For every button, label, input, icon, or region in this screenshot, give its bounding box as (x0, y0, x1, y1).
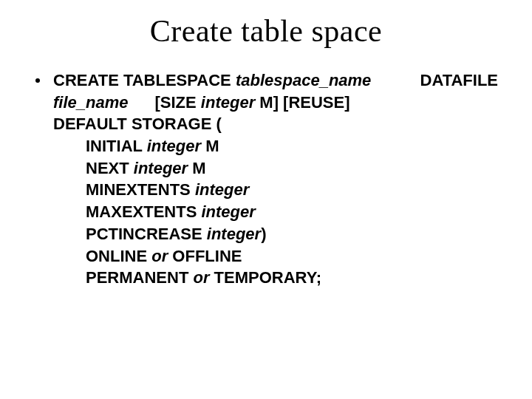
line-initial: INITIAL integer M (53, 135, 502, 157)
kw-datafile: DATAFILE (420, 69, 499, 92)
kw-pct-close: ) (261, 225, 266, 243)
param-integer-min: integer (195, 180, 249, 199)
slide-title: Create table space (30, 13, 502, 49)
line-default-storage: DEFAULT STORAGE ( (53, 113, 502, 135)
kw-permanent: PERMANENT (86, 268, 188, 287)
param-integer-next: integer (134, 159, 188, 177)
line-online-offline: ONLINE or OFFLINE (53, 245, 502, 267)
kw-size-close: M] [REUSE] (255, 93, 349, 112)
kw-or-1: or (151, 247, 168, 265)
param-tablespace-name: tablespace_name (236, 71, 371, 89)
line-maxextents: MAXEXTENTS integer (53, 201, 502, 223)
kw-initial-suffix: M (201, 137, 219, 155)
kw-temporary: TEMPORARY; (209, 268, 321, 287)
param-integer-max: integer (201, 202, 255, 221)
kw-create-tablespace: CREATE TABLESPACE (53, 71, 231, 89)
kw-offline: OFFLINE (168, 247, 242, 265)
kw-next: NEXT (86, 159, 129, 177)
param-integer-initial: integer (147, 137, 201, 155)
kw-next-suffix: M (188, 159, 205, 177)
line-minextents: MINEXTENTS integer (53, 179, 502, 201)
kw-minextents: MINEXTENTS (86, 180, 191, 199)
kw-size-open: [SIZE (155, 93, 197, 112)
line-create: CREATE TABLESPACE tablespace_name DATAFI… (53, 69, 502, 92)
kw-or-2: or (193, 268, 209, 287)
kw-online: ONLINE (86, 247, 147, 265)
line-filename: file_name[SIZE integer M] [REUSE] (53, 92, 502, 114)
slide: Create table space CREATE TABLESPACE tab… (0, 0, 532, 289)
line-permanent-temporary: PERMANENT or TEMPORARY; (53, 267, 502, 289)
kw-initial: INITIAL (86, 137, 143, 155)
bullet-icon (35, 78, 40, 83)
param-file-name: file_name (53, 93, 129, 112)
line-next: NEXT integer M (53, 157, 502, 180)
line-pctincrease: PCTINCREASE integer) (53, 223, 502, 245)
param-integer-pct: integer (207, 225, 261, 243)
param-integer-size: integer (201, 93, 255, 112)
kw-maxextents: MAXEXTENTS (86, 202, 197, 221)
slide-body: CREATE TABLESPACE tablespace_name DATAFI… (30, 69, 502, 289)
bullet-item: CREATE TABLESPACE tablespace_name DATAFI… (30, 69, 502, 289)
kw-pctincrease: PCTINCREASE (86, 225, 202, 243)
syntax-block: CREATE TABLESPACE tablespace_name DATAFI… (53, 69, 502, 289)
